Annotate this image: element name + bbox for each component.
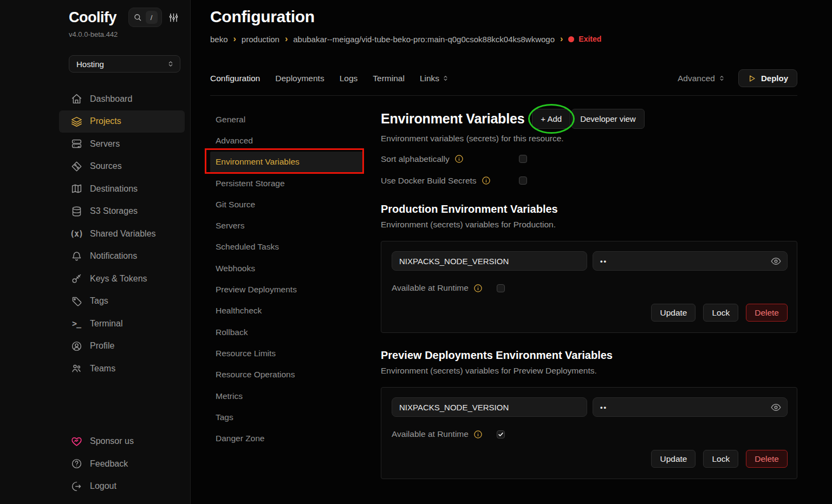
sidebar-item-servers[interactable]: Servers: [64, 133, 185, 155]
subnav-item-healthcheck[interactable]: Healthcheck: [210, 300, 364, 322]
lock-button[interactable]: Lock: [703, 304, 738, 322]
sidebar-item-sources[interactable]: Sources: [64, 155, 185, 178]
sidebar-item-label: Tags: [90, 296, 108, 306]
resource-tabbar: Configuration Deployments Logs Terminal …: [210, 69, 797, 96]
search-shortcut-key: /: [146, 11, 158, 24]
sidebar-footer: Sponsor us Feedback Logout: [64, 430, 185, 498]
tab-links[interactable]: Links: [420, 74, 449, 83]
advanced-dropdown[interactable]: Advanced: [678, 74, 725, 83]
env-title: Environment Variables: [381, 111, 524, 127]
settings-sliders-button[interactable]: [168, 12, 179, 23]
subnav-item-metrics[interactable]: Metrics: [210, 385, 364, 407]
sidebar-item-tags[interactable]: Tags: [64, 290, 185, 313]
update-button[interactable]: Update: [651, 304, 696, 322]
git-icon: [70, 161, 82, 172]
subnav-item-environment-variables[interactable]: Environment Variables: [210, 152, 364, 173]
team-select-value: Hosting: [76, 60, 104, 69]
subnav-item-preview-deployments[interactable]: Preview Deployments: [210, 279, 364, 300]
home-icon: [70, 93, 82, 104]
eye-icon[interactable]: [770, 256, 782, 267]
variable-value-input[interactable]: [593, 397, 788, 417]
breadcrumb-environment[interactable]: production: [242, 35, 280, 44]
sidebar-item-terminal[interactable]: >_ Terminal: [64, 312, 185, 335]
env-header: Environment Variables + Add Developer vi…: [381, 109, 797, 129]
global-search-button[interactable]: /: [128, 8, 162, 27]
add-variable-button[interactable]: + Add: [532, 109, 570, 129]
sidebar-item-destinations[interactable]: Destinations: [64, 178, 185, 200]
delete-button[interactable]: Delete: [746, 304, 788, 322]
tab-links-label: Links: [420, 74, 439, 83]
user-icon: [70, 341, 82, 352]
terminal-icon: >_: [70, 319, 82, 329]
tab-logs[interactable]: Logs: [340, 74, 358, 83]
sidebar-item-logout[interactable]: Logout: [64, 475, 185, 498]
tab-deployments[interactable]: Deployments: [275, 74, 324, 83]
sidebar-item-teams[interactable]: Teams: [64, 357, 185, 380]
docker-build-secrets-checkbox[interactable]: [519, 176, 527, 185]
sidebar-item-label: Servers: [90, 139, 120, 149]
variable-name-input[interactable]: [392, 397, 587, 417]
subnav-item-persistent-storage[interactable]: Persistent Storage: [210, 173, 364, 194]
coolify-app: Coolify / v4.0.0-beta.442 Hosting: [0, 0, 832, 504]
sort-alphabetically-label: Sort alphabetically: [381, 154, 450, 164]
subnav-item-resource-limits[interactable]: Resource Limits: [210, 343, 364, 364]
lock-button[interactable]: Lock: [703, 450, 738, 468]
subnav-item-scheduled-tasks[interactable]: Scheduled Tasks: [210, 237, 364, 258]
team-select[interactable]: Hosting: [69, 55, 180, 73]
tab-configuration[interactable]: Configuration: [210, 74, 260, 83]
map-icon: [70, 183, 82, 194]
sidebar-header: Coolify /: [64, 8, 185, 27]
bell-icon: [70, 251, 82, 262]
sidebar-item-projects[interactable]: Projects: [59, 110, 185, 133]
sidebar-item-keys-tokens[interactable]: Keys & Tokens: [64, 267, 185, 290]
subnav-item-resource-operations[interactable]: Resource Operations: [210, 364, 364, 385]
sidebar-item-feedback[interactable]: Feedback: [64, 453, 185, 475]
breadcrumb: beko › production › abubakar--meigag/vid…: [210, 34, 797, 44]
deploy-button[interactable]: Deploy: [738, 69, 797, 87]
subnav-item-git-source[interactable]: Git Source: [210, 194, 364, 215]
chevron-up-down-icon: [442, 75, 449, 82]
production-section-subtitle: Environment (secrets) variables for Prod…: [381, 220, 797, 230]
available-at-runtime-row: Available at Runtime: [392, 282, 788, 294]
sidebar-item-s3-storages[interactable]: S3 Storages: [64, 200, 185, 223]
sidebar-item-shared-variables[interactable]: (x) Shared Variables: [64, 222, 185, 245]
subnav-item-advanced[interactable]: Advanced: [210, 130, 364, 151]
variable-value-input[interactable]: [593, 251, 788, 271]
info-icon: [482, 176, 491, 185]
sidebar-item-label: Profile: [90, 341, 114, 351]
delete-button[interactable]: Delete: [746, 450, 788, 468]
sidebar-item-dashboard[interactable]: Dashboard: [64, 88, 185, 110]
sidebar-item-label: Feedback: [90, 459, 128, 469]
subnav-item-general[interactable]: General: [210, 109, 364, 130]
sidebar-item-label: Terminal: [90, 319, 122, 329]
sidebar-item-label: Shared Variables: [90, 229, 156, 239]
tab-terminal[interactable]: Terminal: [373, 74, 405, 83]
available-at-runtime-checkbox[interactable]: [497, 430, 505, 438]
subnav-item-danger-zone[interactable]: Danger Zone: [210, 428, 364, 449]
sliders-icon: [168, 12, 179, 23]
available-at-runtime-checkbox[interactable]: [497, 284, 505, 292]
sidebar-item-notifications[interactable]: Notifications: [64, 245, 185, 268]
variable-name-input[interactable]: [392, 251, 587, 271]
sidebar-nav: Dashboard Projects Servers Sources Desti…: [64, 88, 185, 380]
users-icon: [70, 363, 82, 374]
help-icon: [70, 458, 82, 469]
sidebar-item-profile[interactable]: Profile: [64, 335, 185, 358]
sort-alphabetically-checkbox[interactable]: [519, 155, 527, 163]
subnav-item-webhooks[interactable]: Webhooks: [210, 258, 364, 279]
chevron-up-down-icon: [718, 75, 725, 82]
subnav-item-rollback[interactable]: Rollback: [210, 322, 364, 343]
update-button[interactable]: Update: [651, 450, 696, 468]
developer-view-button[interactable]: Developer view: [571, 109, 645, 129]
info-icon: [473, 284, 483, 293]
advanced-label: Advanced: [678, 74, 715, 83]
content-area: Configuration beko › production › abubak…: [210, 0, 797, 479]
tag-icon: [70, 296, 82, 307]
breadcrumb-project[interactable]: beko: [210, 35, 228, 44]
subnav-item-servers[interactable]: Servers: [210, 215, 364, 236]
eye-icon[interactable]: [770, 402, 782, 413]
subnav-item-tags[interactable]: Tags: [210, 407, 364, 428]
sidebar-item-sponsor[interactable]: Sponsor us: [64, 430, 185, 453]
production-variable-card: Available at Runtime Update Lock Delete: [381, 241, 797, 333]
key-icon: [70, 273, 82, 284]
